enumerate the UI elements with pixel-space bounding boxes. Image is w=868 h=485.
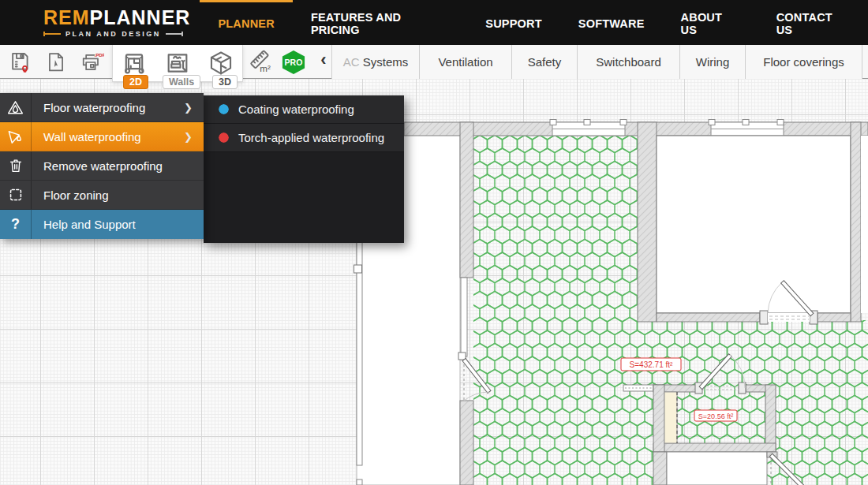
window [550,120,627,136]
view-switcher-panel: 2D Walls 3D [112,45,243,82]
submenu-item-label: Torch-applied waterproofing [238,131,384,144]
partition-wall [638,122,657,322]
ruler-m2-icon: m² [246,48,275,76]
save-icon [8,50,33,75]
floor-waterproofing-icon [0,93,32,121]
tab-muted-prefix: AC [343,55,363,69]
export-download-icon [44,50,68,74]
wall-waterproofing-icon [0,122,32,151]
menu-item-label: Floor waterproofing [32,101,184,114]
coating-dot-icon [219,104,229,114]
wall-waterproofing-submenu: Coating waterproofing Torch-applied wate… [204,95,404,243]
brand-rest: PLANNER [90,6,191,28]
nav-item-planner[interactable]: PLANNER [200,0,293,45]
tagline-left-rule [43,33,61,35]
menu-item-help-and-support[interactable]: ? Help and Support [0,210,204,239]
room-top-right[interactable] [657,136,851,313]
main-nav: PLANNER FEATURES AND PRICING SUPPORT SOF… [200,0,868,45]
svg-text:S=432.71 ft²: S=432.71 ft² [630,360,673,369]
brand-name: REMPLANNER [43,8,190,28]
menu-item-floor-waterproofing[interactable]: Floor waterproofing ❯ [0,93,204,122]
brand-accent: REM [43,6,90,28]
tab-label: Systems [363,55,409,69]
nav-item-support[interactable]: SUPPORT [467,0,560,45]
file-actions-group: .PDF [6,45,106,79]
area-label-small: S=20.56 ft² [694,410,737,421]
blueprint-2d-icon [121,50,148,76]
menu-item-label: Floor zoning [32,188,204,202]
tab-ventilation[interactable]: Ventilation [419,45,511,79]
torch-applied-dot-icon [219,132,229,143]
room-far-right [861,136,868,313]
category-tabs: AC Systems Ventilation Safety Switchboar… [331,45,862,79]
svg-text:S=20.56 ft²: S=20.56 ft² [698,412,733,420]
brand-logo[interactable]: REMPLANNER PLAN AND DESIGN [43,0,190,45]
question-icon: ? [0,210,32,239]
export-button[interactable] [42,47,70,77]
menu-item-label: Help and Support [32,218,204,231]
nav-item-software[interactable]: SOFTWARE [560,0,663,45]
top-navbar: REMPLANNER PLAN AND DESIGN PLANNER FEATU… [0,0,868,45]
print-icon: .PDF [79,50,104,75]
tab-label: Floor coverings [763,55,844,69]
tab-switchboard[interactable]: Switchboard [577,45,679,79]
brand-tagline: PLAN AND DESIGN [43,30,190,38]
area-unit-label: m² [260,64,271,73]
area-label-large: S=432.71 ft² [621,358,681,371]
tagline-right-rule [166,33,183,35]
nav-item-about-us[interactable]: ABOUT US [663,0,758,45]
trash-icon [0,151,32,180]
submenu-item-torch-applied-waterproofing[interactable]: Torch-applied waterproofing [204,124,404,152]
save-button[interactable] [6,47,35,77]
tagline-text: PLAN AND DESIGN [65,30,161,38]
walls-view-icon [164,50,191,76]
nav-item-features-and-pricing[interactable]: FEATURES AND PRICING [293,0,467,45]
badge-walls[interactable]: Walls [163,75,200,89]
menu-item-remove-waterproofing[interactable]: Remove waterproofing [0,151,204,181]
tabs-scroll-left-button[interactable]: ‹ [314,45,333,75]
menu-item-floor-zoning[interactable]: Floor zoning [0,181,204,210]
cabinet [664,392,677,443]
marquee-icon [0,181,32,209]
nav-item-contact-us[interactable]: CONTACT US [758,0,868,45]
tab-label: Switchboard [596,55,661,69]
pdf-tag: .PDF [94,51,104,57]
submenu-arrow-icon: ❯ [184,131,204,143]
tab-label: Ventilation [438,55,492,69]
menu-item-label: Remove waterproofing [32,159,204,173]
area-measure-button[interactable]: m² [246,47,275,77]
isometric-3d-icon [208,50,234,76]
badge-2d[interactable]: 2D [123,75,148,89]
submenu-arrow-icon: ❯ [184,102,204,114]
tab-safety[interactable]: Safety [511,45,577,79]
tab-label: Wiring [696,55,730,69]
door-frame [461,278,467,356]
tab-wiring[interactable]: Wiring [679,45,745,79]
print-pdf-button[interactable]: .PDF [77,47,106,77]
app-window: REMPLANNER PLAN AND DESIGN PLANNER FEATU… [0,0,868,485]
tab-floor-coverings[interactable]: Floor coverings [745,45,862,79]
pro-badge[interactable]: PRO [281,50,306,74]
submenu-item-label: Coating waterproofing [238,103,354,116]
submenu-item-coating-waterproofing[interactable]: Coating waterproofing [204,95,404,124]
menu-item-wall-waterproofing[interactable]: Wall waterproofing ❯ [0,122,204,151]
right-wall [851,122,861,322]
window [709,120,784,136]
badge-3d[interactable]: 3D [212,75,238,89]
waterproofing-menu: Floor waterproofing ❯ Wall waterproofing… [0,93,204,239]
menu-item-label: Wall waterproofing [32,130,184,144]
tab-label: Safety [528,55,562,69]
tab-ac-systems[interactable]: AC Systems [331,45,419,79]
